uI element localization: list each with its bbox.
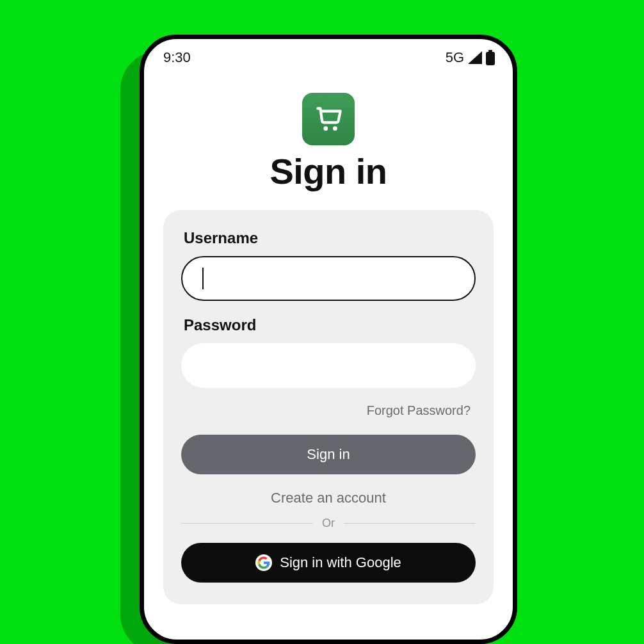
divider-label: Or <box>322 517 335 530</box>
signin-form-card: Username Password Forgot Password? Sign … <box>163 210 494 604</box>
username-label: Username <box>181 229 476 247</box>
status-bar: 9:30 5G <box>144 39 513 70</box>
forgot-password-link[interactable]: Forgot Password? <box>181 403 476 418</box>
status-time: 9:30 <box>163 49 191 66</box>
cellular-signal-icon <box>468 51 482 64</box>
status-network-label: 5G <box>446 49 464 66</box>
google-signin-label: Sign in with Google <box>280 554 401 571</box>
shopping-cart-icon <box>312 102 344 136</box>
google-logo-icon <box>255 554 272 571</box>
divider-line-right <box>344 523 476 524</box>
signin-button-label: Sign in <box>307 446 350 463</box>
password-input-wrap <box>181 343 476 388</box>
svg-point-2 <box>324 126 328 131</box>
svg-rect-1 <box>486 52 495 65</box>
divider-line-left <box>181 523 313 524</box>
or-divider: Or <box>181 517 476 530</box>
app-logo <box>302 93 355 145</box>
text-cursor <box>202 268 204 289</box>
status-right: 5G <box>446 49 495 66</box>
svg-rect-0 <box>488 50 492 52</box>
page-title: Sign in <box>144 150 513 192</box>
phone-frame: 9:30 5G Sign in Username Password <box>140 35 517 644</box>
battery-icon <box>486 50 495 65</box>
signin-button[interactable]: Sign in <box>181 435 476 474</box>
username-input-wrap <box>181 256 476 301</box>
username-input[interactable] <box>181 256 476 301</box>
password-input[interactable] <box>181 343 476 388</box>
password-label: Password <box>181 316 476 334</box>
google-signin-button[interactable]: Sign in with Google <box>181 543 476 583</box>
create-account-link[interactable]: Create an account <box>181 490 476 506</box>
svg-point-3 <box>333 126 337 131</box>
